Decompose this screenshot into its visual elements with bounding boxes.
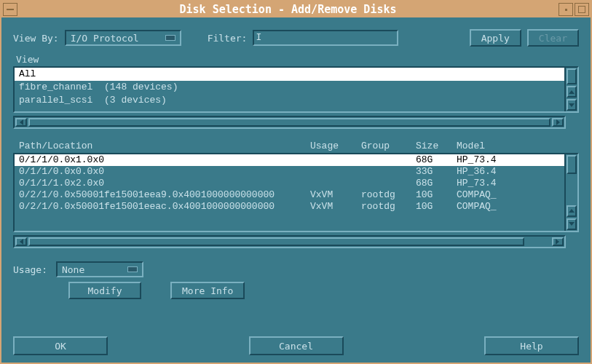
scrollbar-thumb[interactable] (28, 237, 524, 246)
disk-group (361, 154, 416, 166)
disk-group: rootdg (361, 201, 416, 213)
help-button[interactable]: Help (484, 336, 579, 355)
list-item[interactable]: All (15, 68, 564, 81)
scroll-right-icon[interactable] (552, 118, 564, 127)
dialog-window: Disk Selection - Add/Remove Disks View B… (0, 0, 592, 364)
scroll-left-icon[interactable] (15, 237, 27, 246)
col-header-usage: Usage (310, 141, 361, 151)
scrollbar-thumb[interactable] (567, 155, 577, 174)
list-item[interactable]: fibre_channel (148 devices) (15, 81, 564, 94)
disk-list[interactable]: 0/1/1/0.0x1.0x068GHP_73.40/1/1/0.0x0.0x0… (15, 154, 564, 231)
list-item[interactable]: parallel_scsi (3 devices) (15, 94, 564, 107)
usage-label: Usage: (13, 264, 47, 275)
scrollbar-thumb[interactable] (28, 118, 550, 127)
col-header-group: Group (361, 141, 416, 151)
table-row[interactable]: 0/2/1/0.0x50001fe15001eeac.0x40010000000… (15, 201, 564, 213)
disk-path: 0/1/1/1.0x2.0x0 (19, 178, 310, 189)
view-list-hscroll[interactable] (13, 116, 566, 129)
disk-model: HP_36.4 (457, 166, 560, 178)
disk-group (361, 166, 416, 178)
ok-button[interactable]: OK (13, 336, 108, 355)
view-list[interactable]: Allfibre_channel (148 devices)parallel_s… (15, 68, 564, 111)
usage-dropdown[interactable]: None (56, 261, 143, 277)
scroll-up-icon[interactable] (567, 86, 577, 98)
window-menu-button[interactable] (3, 3, 17, 16)
minimize-button[interactable] (559, 3, 573, 16)
text-caret-icon: I (256, 31, 261, 42)
disk-table-header: Path/Location Usage Group Size Model (15, 139, 579, 153)
disk-path: 0/1/1/0.0x1.0x0 (19, 154, 310, 166)
filter-label: Filter: (208, 33, 248, 44)
disk-size: 10G (416, 189, 457, 201)
table-row[interactable]: 0/2/1/0.0x50001fe15001eea9.0x40010000000… (15, 189, 564, 201)
content-area: View By: I/O Protocol Filter: I Apply Cl… (1, 17, 591, 311)
filter-input[interactable] (253, 30, 398, 46)
view-by-value: I/O Protocol (71, 33, 139, 44)
disk-path: 0/2/1/0.0x50001fe15001eea9.0x40010000000… (19, 189, 310, 201)
view-by-dropdown[interactable]: I/O Protocol (65, 30, 181, 46)
scroll-left-icon[interactable] (15, 118, 27, 127)
cancel-button[interactable]: Cancel (249, 336, 344, 355)
scroll-down-icon[interactable] (567, 218, 577, 230)
window-title: Disk Selection - Add/Remove Disks (17, 3, 559, 16)
disk-model: COMPAQ_ (457, 189, 560, 201)
disk-group (361, 178, 416, 189)
disk-model: HP_73.4 (457, 178, 560, 189)
apply-button[interactable]: Apply (470, 29, 521, 47)
usage-value: None (62, 264, 84, 275)
disk-size: 68G (416, 178, 457, 189)
modify-button[interactable]: Modify (68, 282, 141, 299)
disk-list-hscroll[interactable] (13, 235, 566, 248)
view-list-container: Allfibre_channel (148 devices)parallel_s… (13, 66, 579, 113)
scroll-right-icon[interactable] (552, 237, 564, 246)
disk-list-vscroll[interactable] (564, 154, 577, 231)
disk-usage (310, 154, 361, 166)
disk-usage: VxVM (310, 189, 361, 201)
view-panel-label: View (16, 54, 579, 65)
disk-size: 33G (416, 166, 457, 178)
disk-model: HP_73.4 (457, 154, 560, 166)
maximize-button[interactable] (575, 3, 589, 16)
disk-list-container: 0/1/1/0.0x1.0x068GHP_73.40/1/1/0.0x0.0x0… (13, 153, 579, 232)
col-header-path: Path/Location (19, 141, 310, 151)
disk-usage (310, 166, 361, 178)
disk-size: 10G (416, 201, 457, 213)
scrollbar-thumb[interactable] (567, 68, 577, 84)
disk-usage (310, 178, 361, 189)
table-row[interactable]: 0/1/1/0.0x0.0x033GHP_36.4 (15, 166, 564, 178)
col-header-model: Model (457, 141, 575, 151)
more-info-button[interactable]: More Info (170, 282, 245, 299)
table-row[interactable]: 0/1/1/1.0x2.0x068GHP_73.4 (15, 178, 564, 189)
view-by-label: View By: (13, 33, 59, 44)
titlebar: Disk Selection - Add/Remove Disks (1, 1, 591, 17)
dialog-footer: OK Cancel Help (13, 336, 579, 355)
col-header-size: Size (416, 141, 457, 151)
scroll-up-icon[interactable] (567, 205, 577, 217)
disk-group: rootdg (361, 189, 416, 201)
disk-model: COMPAQ_ (457, 201, 560, 213)
disk-size: 68G (416, 154, 457, 166)
disk-usage: VxVM (310, 201, 361, 213)
table-row[interactable]: 0/1/1/0.0x1.0x068GHP_73.4 (15, 154, 564, 166)
disk-path: 0/1/1/0.0x0.0x0 (19, 166, 310, 178)
view-list-vscroll[interactable] (564, 68, 577, 111)
disk-path: 0/2/1/0.0x50001fe15001eeac.0x40010000000… (19, 201, 310, 213)
scroll-down-icon[interactable] (567, 99, 577, 111)
clear-button[interactable]: Clear (527, 29, 579, 47)
